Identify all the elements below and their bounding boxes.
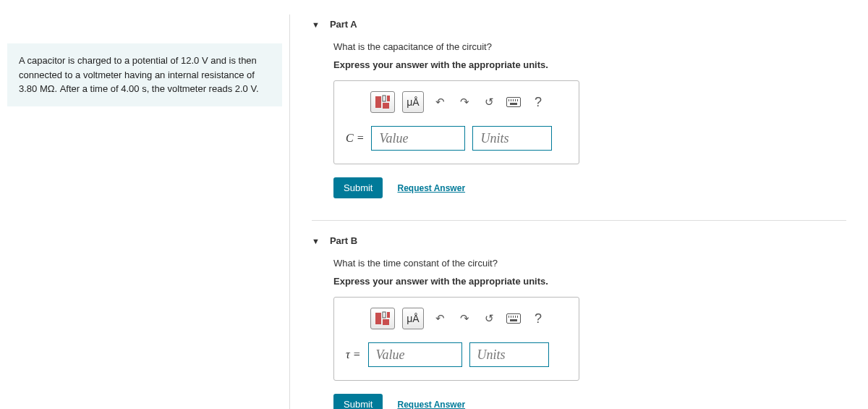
submit-button[interactable]: Submit bbox=[333, 394, 383, 409]
redo-icon[interactable]: ↷ bbox=[456, 91, 473, 113]
svg-rect-5 bbox=[383, 312, 386, 318]
units-input[interactable] bbox=[469, 342, 549, 367]
part-a-variable-label: C = bbox=[346, 132, 364, 145]
undo-icon[interactable]: ↶ bbox=[431, 308, 448, 329]
part-b-actions: Submit Request Answer bbox=[333, 394, 846, 409]
request-answer-link[interactable]: Request Answer bbox=[397, 183, 465, 193]
part-b-toolbar: μÅ ↶ ↷ ↺ ? bbox=[346, 308, 567, 329]
svg-rect-2 bbox=[383, 103, 389, 109]
part-a-question: What is the capacitance of the circuit? bbox=[333, 41, 846, 52]
templates-button[interactable] bbox=[370, 91, 395, 113]
part-b-header[interactable]: ▼ Part B bbox=[312, 231, 846, 250]
part-b-variable-label: τ = bbox=[346, 348, 361, 361]
help-icon[interactable]: ? bbox=[529, 308, 547, 329]
part-a-toolbar: μÅ ↶ ↷ ↺ ? bbox=[346, 91, 567, 113]
svg-rect-7 bbox=[387, 312, 390, 318]
request-answer-link[interactable]: Request Answer bbox=[397, 400, 465, 410]
answer-area: ▼ Part A What is the capacitance of the … bbox=[289, 14, 868, 409]
caret-down-icon: ▼ bbox=[312, 237, 320, 245]
part-a-title: Part A bbox=[330, 19, 357, 30]
svg-rect-3 bbox=[387, 96, 390, 101]
templates-icon bbox=[375, 95, 391, 109]
problem-statement: A capacitor is charged to a potential of… bbox=[7, 43, 282, 106]
part-a-actions: Submit Request Answer bbox=[333, 177, 846, 198]
templates-button[interactable] bbox=[370, 308, 395, 329]
problem-sidebar: A capacitor is charged to a potential of… bbox=[0, 14, 289, 409]
value-input[interactable] bbox=[368, 342, 462, 367]
templates-icon bbox=[375, 311, 391, 326]
part-b-title: Part B bbox=[330, 235, 357, 246]
value-input[interactable] bbox=[371, 126, 465, 151]
part-b-body: What is the time constant of the circuit… bbox=[312, 250, 846, 409]
svg-rect-4 bbox=[375, 313, 381, 324]
units-button[interactable]: μÅ bbox=[402, 91, 424, 113]
undo-icon[interactable]: ↶ bbox=[431, 91, 448, 113]
reset-icon[interactable]: ↺ bbox=[480, 91, 498, 113]
part-b-instruction: Express your answer with the appropriate… bbox=[333, 276, 846, 287]
part-a-answer-row: C = bbox=[346, 126, 567, 151]
part-b-answer-row: τ = bbox=[346, 342, 567, 367]
part-a-answer-panel: μÅ ↶ ↷ ↺ ? C = bbox=[333, 80, 579, 164]
caret-down-icon: ▼ bbox=[312, 20, 320, 29]
part-b-answer-panel: μÅ ↶ ↷ ↺ ? τ = bbox=[333, 297, 579, 381]
svg-rect-0 bbox=[375, 96, 381, 108]
part-divider bbox=[312, 220, 846, 221]
part-b-question: What is the time constant of the circuit… bbox=[333, 258, 846, 269]
reset-icon[interactable]: ↺ bbox=[480, 308, 498, 329]
part-a-instruction: Express your answer with the appropriate… bbox=[333, 59, 846, 70]
units-input[interactable] bbox=[472, 126, 552, 151]
units-button[interactable]: μÅ bbox=[402, 308, 424, 329]
help-icon[interactable]: ? bbox=[529, 91, 547, 113]
part-a-header[interactable]: ▼ Part A bbox=[312, 14, 846, 34]
part-a-body: What is the capacitance of the circuit? … bbox=[312, 34, 846, 216]
svg-rect-1 bbox=[383, 96, 386, 101]
keyboard-icon[interactable] bbox=[505, 91, 522, 113]
submit-button[interactable]: Submit bbox=[333, 177, 383, 198]
svg-rect-6 bbox=[383, 319, 389, 325]
keyboard-icon[interactable] bbox=[505, 308, 522, 329]
redo-icon[interactable]: ↷ bbox=[456, 308, 473, 329]
